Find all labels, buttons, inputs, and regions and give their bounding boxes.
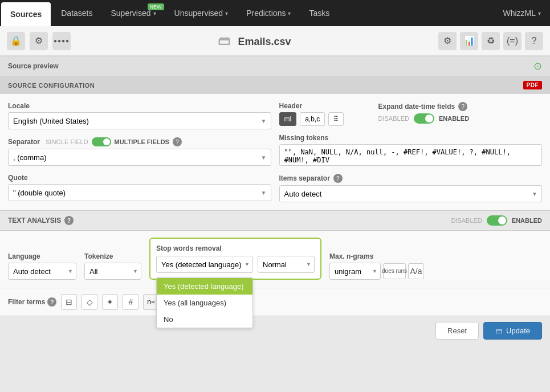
items-separator-select[interactable]: Auto detect: [279, 185, 543, 202]
toolbar-right-icons: ⚙ 📊 ♻ (=) ?: [438, 32, 543, 50]
left-panel: Locale English (United States) Separator…: [8, 102, 271, 202]
nav-user-label: WhizzML: [503, 9, 536, 18]
refresh-icon[interactable]: ♻: [482, 32, 500, 50]
filter-bar: Filter terms ? ⊟ ◇ ✦ # n=1 Se u dataset: [0, 288, 550, 316]
nav-supervised[interactable]: Supervised NEW ▾: [102, 0, 165, 26]
nav-user[interactable]: WhizzML ▾: [494, 0, 550, 26]
does-runs-btn[interactable]: does runs: [383, 263, 406, 279]
workflow-icon[interactable]: ⚙: [30, 32, 48, 50]
nav-user-arrow: ▾: [538, 10, 541, 17]
single-field-label: SINGLE FIELD: [46, 138, 88, 145]
reset-button[interactable]: Reset: [435, 322, 479, 340]
quote-select-wrapper: " (double quote): [8, 184, 271, 201]
expand-datetime-enabled-label: ENABLED: [439, 115, 469, 122]
stop-words-option-detected[interactable]: Yes (detected language): [157, 278, 252, 295]
stop-words-option-no[interactable]: No: [157, 311, 252, 328]
filter-icon-btn-3[interactable]: ✦: [102, 294, 118, 310]
stop-words-select[interactable]: Yes (detected language) Yes (all languag…: [156, 256, 253, 273]
text-analysis-toggle[interactable]: [487, 215, 507, 226]
source-preview-label: Source preview: [8, 62, 59, 70]
separator-label: Separator: [8, 138, 40, 146]
stop-words-select-wrapper: Yes (detected language) Yes (all languag…: [156, 256, 253, 273]
nav-sources[interactable]: Sources: [1, 2, 51, 26]
header-btn-abc[interactable]: a,b,c: [300, 112, 325, 126]
items-separator-help[interactable]: ?: [333, 174, 343, 183]
chart-icon[interactable]: 📊: [460, 32, 478, 50]
expand-datetime-label: Expand date-time fields: [378, 103, 455, 111]
nav-unsupervised[interactable]: Unsupervised ▾: [165, 0, 238, 26]
filter-icon-btn-2[interactable]: ◇: [82, 294, 97, 310]
multiple-fields-label: MULTIPLE FIELDS: [115, 138, 169, 145]
separator-group: Separator SINGLE FIELD MULTIPLE FIELDS ?…: [8, 137, 271, 166]
tokenize-select[interactable]: All: [84, 263, 141, 280]
dataset-icon[interactable]: ⚙: [438, 32, 457, 50]
nav-tasks[interactable]: Tasks: [300, 0, 339, 26]
update-icon: 🗃: [495, 326, 503, 335]
stop-words-dropdown: Yes (detected language) Yes (all languag…: [156, 277, 253, 328]
nav-supervised-arrow: ▾: [153, 10, 156, 17]
nav-predictions-arrow: ▾: [288, 10, 291, 17]
locale-group: Locale English (United States): [8, 102, 271, 129]
separator-select[interactable]: , (comma): [8, 149, 271, 166]
stop-words-normal-select[interactable]: Normal: [258, 256, 315, 273]
header-group: Header ml a,b,c ⠿: [279, 102, 370, 126]
nav-supervised-badge: NEW: [148, 3, 164, 10]
stop-words-section: Stop words removal Yes (detected languag…: [149, 238, 321, 280]
case-btn[interactable]: A/a: [408, 263, 424, 279]
header-btn-ml[interactable]: ml: [279, 112, 297, 126]
nav-predictions[interactable]: Predictions ▾: [237, 0, 300, 26]
source-preview-toggle-icon[interactable]: ⊙: [533, 60, 542, 72]
items-separator-wrapper: Auto detect: [279, 185, 543, 202]
dots-icon[interactable]: ●●●●: [52, 32, 71, 50]
header-label: Header: [279, 102, 370, 110]
locale-select[interactable]: English (United States): [8, 112, 271, 129]
config-content: Locale English (United States) Separator…: [0, 94, 550, 210]
separator-toggle-row: SINGLE FIELD MULTIPLE FIELDS ?: [46, 137, 182, 146]
expand-datetime-toggle[interactable]: [414, 113, 434, 124]
expand-datetime-toggle-row: DISABLED ENABLED: [378, 113, 543, 124]
quote-group: Quote " (double quote): [8, 174, 271, 201]
ngrams-select[interactable]: unigram: [329, 263, 381, 280]
text-analysis-label: TEXT ANALYSIS: [8, 217, 61, 224]
tokenize-label: Tokenize: [84, 252, 141, 260]
nav-tasks-label: Tasks: [309, 9, 329, 18]
nav-predictions-label: Predictions: [246, 9, 286, 18]
toolbar: 🔒 ⚙ ●●●● 🗃 Emails.csv ⚙ 📊 ♻ (=) ?: [0, 26, 550, 56]
language-select[interactable]: Auto detect: [8, 263, 76, 280]
text-analysis-enabled-label: ENABLED: [512, 217, 542, 224]
language-label: Language: [8, 252, 76, 260]
locale-select-wrapper: English (United States): [8, 112, 271, 129]
expand-datetime-help[interactable]: ?: [458, 102, 467, 111]
missing-tokens-label: Missing tokens: [279, 134, 543, 142]
filter-icon-btn-4[interactable]: #: [123, 294, 138, 310]
text-analysis-bar: TEXT ANALYSIS ? DISABLED ENABLED: [0, 210, 550, 231]
ngrams-select-wrapper: unigram: [329, 263, 381, 280]
text-analysis-help[interactable]: ?: [64, 216, 74, 225]
filter-icon-btn-1[interactable]: ⊟: [61, 294, 77, 310]
separator-toggle[interactable]: [92, 137, 111, 146]
text-analysis-disabled-label: DISABLED: [451, 217, 482, 224]
update-button[interactable]: 🗃 Update: [483, 322, 542, 340]
stop-words-option-all[interactable]: Yes (all languages): [157, 295, 252, 311]
missing-tokens-input[interactable]: "", NaN, NULL, N/A, null, -, #REF!, #VAL…: [279, 144, 543, 166]
quote-select[interactable]: " (double quote): [8, 184, 271, 201]
items-separator-label: Items separator: [279, 174, 330, 182]
lock-icon[interactable]: 🔒: [7, 32, 25, 50]
update-label: Update: [506, 326, 530, 335]
filter-terms-help[interactable]: ?: [47, 297, 56, 307]
source-config-label: SOURCE CONFIGURATION: [8, 82, 95, 89]
tokenize-select-wrapper: All: [84, 263, 141, 280]
script-icon[interactable]: (=): [503, 32, 522, 50]
max-ngrams-label: Max. n-grams: [329, 252, 424, 260]
text-analysis-toggle-row: DISABLED ENABLED: [451, 215, 542, 226]
stop-words-inner: Yes (detected language) Yes (all languag…: [156, 256, 315, 273]
language-select-wrapper: Auto detect: [8, 263, 76, 280]
page-title: 🗃 Emails.csv: [75, 34, 434, 48]
nav-datasets[interactable]: Datasets: [52, 0, 101, 26]
file-title: Emails.csv: [238, 36, 291, 47]
stop-words-normal-wrapper: Normal: [258, 256, 315, 273]
header-btn-grid[interactable]: ⠿: [328, 112, 344, 126]
separator-help-icon[interactable]: ?: [173, 137, 182, 146]
help-icon[interactable]: ?: [525, 32, 543, 50]
pdf-icon[interactable]: PDF: [523, 81, 543, 89]
